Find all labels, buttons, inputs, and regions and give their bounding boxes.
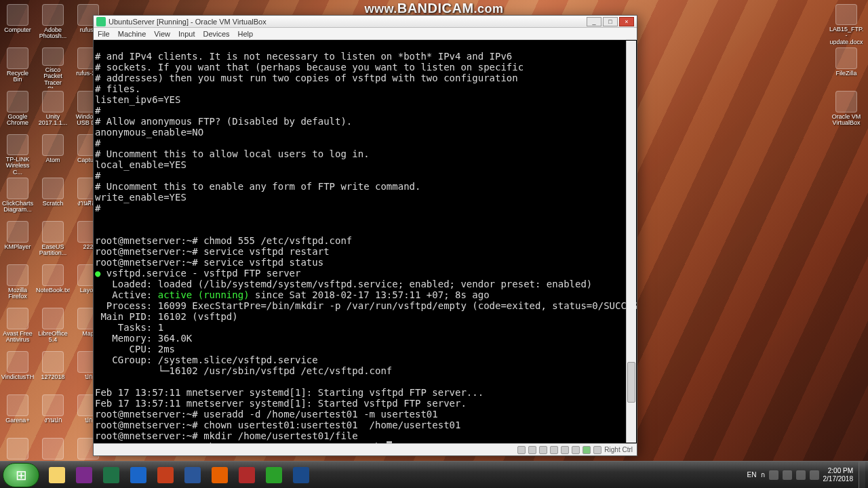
taskbar-excel[interactable] bbox=[98, 464, 125, 486]
clock-time: 2:00 PM bbox=[823, 467, 854, 475]
file-icon bbox=[835, 47, 857, 69]
explorer-icon bbox=[49, 467, 65, 483]
taskbar[interactable]: EN ก 2:00 PM 2/17/2018 bbox=[0, 461, 868, 488]
desktop-icon-label: LibreOffice 5.4 bbox=[38, 331, 68, 344]
desktop-icon[interactable]: Adobe Photosh... bbox=[38, 4, 68, 45]
menu-devices[interactable]: Devices bbox=[203, 30, 229, 38]
desktop-icons-left: ComputerAdobe Photosh...rufus.iRecycle B… bbox=[3, 4, 103, 479]
term-prompt: root@mnetserver:~# bbox=[95, 257, 198, 268]
camtasia-icon bbox=[266, 467, 282, 483]
menu-machine[interactable]: Machine bbox=[118, 30, 146, 38]
vm-menubar[interactable]: FileMachineViewInputDevicesHelp bbox=[94, 28, 637, 40]
taskbar-explorer[interactable] bbox=[43, 464, 71, 486]
file-icon bbox=[7, 351, 28, 373]
term-line: Tasks: 1 bbox=[95, 322, 163, 333]
term-cmd: service vsftpd status bbox=[198, 257, 323, 268]
desktop-icon[interactable]: 1272018 bbox=[38, 351, 68, 392]
vm-scrollbar[interactable] bbox=[626, 41, 636, 443]
file-icon bbox=[42, 134, 64, 156]
taskbar-powerpoint[interactable] bbox=[152, 464, 179, 486]
tray-action-icon[interactable] bbox=[783, 470, 792, 480]
desktop-icon[interactable]: Scratch bbox=[38, 178, 68, 218]
desktop-icon[interactable]: LibreOffice 5.4 bbox=[38, 308, 68, 348]
menu-file[interactable]: File bbox=[98, 30, 110, 38]
file-icon bbox=[42, 308, 64, 329]
desktop-icon[interactable]: Garena+ bbox=[3, 394, 33, 435]
desktop-icon[interactable]: Recycle Bin bbox=[3, 47, 33, 88]
desktop-icon[interactable]: NoteBook.txt bbox=[38, 264, 68, 305]
desktop-icon[interactable]: FileZilla bbox=[831, 47, 861, 88]
term-line: # addresses) then you must run two copie… bbox=[95, 73, 518, 83]
show-desktop-button[interactable] bbox=[859, 462, 865, 489]
file-icon bbox=[7, 91, 28, 113]
desktop-icons-right: LAB15_FTP... -update.docxFileZillaOracle… bbox=[831, 4, 861, 131]
desktop-icon[interactable]: Oracle VM VirtualBox bbox=[831, 91, 861, 131]
desktop-icon-label: TP-LINK Wireless C... bbox=[3, 157, 33, 175]
desktop-icon[interactable]: LAB15_FTP... -update.docx bbox=[831, 4, 861, 45]
desktop-icon[interactable]: ClickCharts Diagram... bbox=[3, 178, 33, 218]
tray-flag-icon[interactable] bbox=[769, 470, 778, 480]
maximize-button[interactable]: □ bbox=[603, 17, 618, 26]
tray-network-icon[interactable] bbox=[796, 470, 806, 480]
desktop-icon[interactable]: Mozilla Firefox bbox=[3, 264, 33, 305]
desktop-icon[interactable]: TP-LINK Wireless C... bbox=[3, 134, 33, 175]
desktop-icon[interactable]: Cisco Packet Tracer St... bbox=[38, 47, 68, 88]
virtualbox-window[interactable]: UbuntuServer [Running] - Oracle VM Virtu… bbox=[93, 15, 637, 456]
menu-help[interactable]: Help bbox=[238, 30, 254, 38]
desktop-icon[interactable]: Atom bbox=[38, 134, 68, 175]
desktop-icon[interactable]: KMPlayer bbox=[3, 221, 33, 262]
term-line: vsftpd.service - vsftpd FTP server bbox=[100, 268, 300, 279]
system-tray[interactable]: EN ก 2:00 PM 2/17/2018 bbox=[747, 467, 857, 483]
vm-statusbar: Right Ctrl bbox=[94, 443, 637, 455]
file-icon bbox=[42, 438, 64, 460]
desktop-icon-label: Oracle VM VirtualBox bbox=[831, 114, 861, 127]
status-net-icon bbox=[539, 446, 547, 454]
taskbar-camtasia[interactable] bbox=[260, 464, 288, 486]
scrollbar-thumb[interactable] bbox=[627, 362, 635, 403]
desktop-icon[interactable]: Unity 2017.1.1... bbox=[38, 91, 68, 131]
file-icon bbox=[42, 47, 64, 66]
file-icon bbox=[42, 394, 64, 416]
clock[interactable]: 2:00 PM 2/17/2018 bbox=[823, 467, 854, 483]
menu-input[interactable]: Input bbox=[178, 30, 195, 38]
taskbar-onenote[interactable] bbox=[71, 464, 98, 486]
menu-view[interactable]: View bbox=[154, 30, 170, 38]
term-line: Process: 16099 ExecStartPre=/bin/mkdir -… bbox=[95, 300, 637, 311]
clock-date: 2/17/2018 bbox=[823, 475, 854, 483]
taskbar-filezilla[interactable] bbox=[233, 464, 260, 486]
virtualbox-icon bbox=[293, 467, 309, 483]
term-line: # sockets. If you want that (perhaps bec… bbox=[95, 62, 524, 73]
file-icon bbox=[7, 4, 28, 26]
onenote-icon bbox=[76, 467, 92, 483]
desktop-icon[interactable]: EaseUS Partition... bbox=[38, 221, 68, 262]
desktop-icon[interactable]: Google Chrome bbox=[3, 91, 33, 131]
desktop-icon[interactable]: งานปก bbox=[38, 394, 68, 435]
desktop-icon[interactable]: Avast Free Antivirus bbox=[3, 308, 33, 348]
file-icon bbox=[42, 178, 64, 199]
taskbar-firefox[interactable] bbox=[206, 464, 233, 486]
desktop-icon-label: Google Chrome bbox=[3, 114, 33, 127]
taskbar-word[interactable] bbox=[179, 464, 206, 486]
tray-volume-icon[interactable] bbox=[810, 470, 819, 480]
file-icon bbox=[42, 91, 64, 113]
desktop-icon[interactable]: VindictusTH bbox=[3, 351, 33, 392]
status-cd-icon bbox=[528, 446, 536, 454]
ime-indicator[interactable]: ก bbox=[761, 470, 765, 480]
minimize-button[interactable]: _ bbox=[587, 17, 601, 26]
status-hdd-icon bbox=[517, 446, 526, 454]
term-line: CPU: 2ms bbox=[95, 344, 175, 354]
term-cmd: chown usertest01:usertest01 /home/userte… bbox=[198, 420, 461, 430]
term-prompt: root@mnetserver:~# bbox=[95, 409, 198, 420]
terminal[interactable]: # and IPv4 clients. It is not necessary … bbox=[94, 40, 637, 443]
vm-titlebar[interactable]: UbuntuServer [Running] - Oracle VM Virtu… bbox=[94, 16, 637, 28]
file-icon bbox=[7, 47, 28, 69]
taskbar-virtualbox[interactable] bbox=[288, 464, 315, 486]
desktop-icon-label: Garena+ bbox=[5, 418, 29, 424]
start-button[interactable] bbox=[3, 463, 39, 487]
taskbar-outlook[interactable] bbox=[125, 464, 152, 486]
term-line: # and IPv4 clients. It is not necessary … bbox=[95, 51, 512, 62]
close-button[interactable]: × bbox=[619, 17, 634, 26]
desktop-icon[interactable]: Computer bbox=[3, 4, 33, 45]
language-indicator[interactable]: EN bbox=[747, 471, 757, 479]
term-cmd: mkdir /home/usertest01/file bbox=[198, 430, 358, 441]
